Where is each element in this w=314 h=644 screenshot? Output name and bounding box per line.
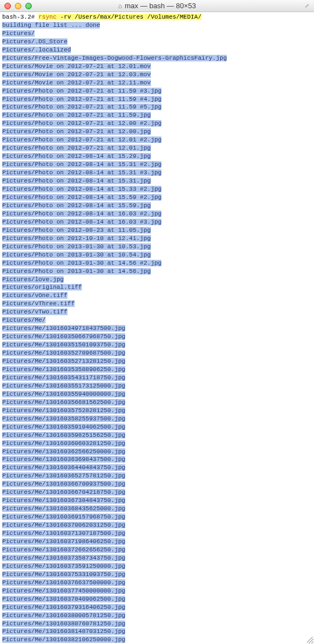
output-text: Pictures/Me/130160368435625000.jpg <box>2 505 125 512</box>
expand-icon[interactable]: ⤢ <box>303 2 311 10</box>
minimize-button[interactable] <box>15 3 21 9</box>
output-text: Pictures/Me/130160359104062500.jpg <box>2 424 125 430</box>
output-text: Pictures/Photo on 2012-08-14 at 15.33 #2… <box>2 186 161 192</box>
output-line: Pictures/Me/130160377450000000.jpg <box>2 587 312 595</box>
output-text: Pictures/Me/130160369157968750.jpg <box>2 514 125 520</box>
output-line: Pictures/Me/130160352709687500.jpg <box>2 349 312 357</box>
output-text: Pictures/Photo on 2012-08-14 at 16.03 #2… <box>2 210 161 217</box>
output-line: Pictures/Me/130160364404843750.jpg <box>2 464 312 472</box>
output-line: Pictures/Movie on 2012-07-21 at 12.11.mo… <box>2 79 312 87</box>
output-line: Pictures/Photo on 2012-08-14 at 15.33 #2… <box>2 185 312 193</box>
output-text: Pictures/Photo on 2012-07-21 at 11.59 #4… <box>2 96 161 102</box>
output-text: Pictures/Photo on 2012-07-21 at 12.00 #2… <box>2 120 161 127</box>
output-line: Pictures/Photo on 2013-01-30 at 10.53.jp… <box>2 243 312 251</box>
output-text: Pictures/Photo on 2013-01-30 at 10.54.jp… <box>2 252 151 258</box>
output-text: Pictures/Me/130160376637500000.jpg <box>2 579 125 586</box>
output-line: Pictures/Me/130160373591250000.jpg <box>2 562 312 571</box>
output-line: Pictures/Photo on 2012-08-14 at 15.59.jp… <box>2 202 312 210</box>
output-line: Pictures/Photo on 2012-07-21 at 11.59 #5… <box>2 103 312 111</box>
output-text: Pictures/Me/130160354311718750.jpg <box>2 374 125 381</box>
output-text: Pictures/Photo on 2012-08-14 at 15.29.jp… <box>2 153 151 159</box>
output-line: Pictures/Me/130160375331093750.jpg <box>2 571 312 579</box>
close-button[interactable] <box>4 3 11 9</box>
output-text: Pictures/Me/130160375331093750.jpg <box>2 571 125 578</box>
output-line: Pictures/Photo on 2012-07-21 at 12.01.jp… <box>2 144 312 152</box>
output-text: Pictures/.localized <box>2 47 71 53</box>
output-line: Pictures/Me/130160350667968750.jpg <box>2 333 312 341</box>
output-line: Pictures/Me/130160359825156250.jpg <box>2 431 312 440</box>
output-text: Pictures/Me/ <box>2 317 46 323</box>
output-line: building file list ... done <box>2 21 312 30</box>
output-text: Pictures/Me/130160382106250000.jpg <box>2 636 125 643</box>
output-text: Pictures/Me/130160381487031250.jpg <box>2 628 125 635</box>
output-line: Pictures/Me/130160363698437500.jpg <box>2 455 312 464</box>
output-text: Pictures/Me/130160367384843750.jpg <box>2 497 125 504</box>
output-text: Pictures/Me/130160352709687500.jpg <box>2 350 125 356</box>
output-line: Pictures/Me/130160352713281250.jpg <box>2 357 312 366</box>
output-text: Pictures/Photo on 2013-01-30 at 10.53.jp… <box>2 243 151 250</box>
output-line: Pictures/ <box>2 30 312 38</box>
output-line: Pictures/Me/130160376637500000.jpg <box>2 579 312 587</box>
output-text: Pictures/Me/130160373591250000.jpg <box>2 563 125 569</box>
output-text: Pictures/Photo on 2012-07-21 at 12.01 #2… <box>2 136 161 143</box>
window-title: ⌂ max — bash — 80×53 <box>118 2 196 10</box>
output-text: Pictures/Me/130160362566250000.jpg <box>2 448 125 455</box>
output-line: Pictures/Me/130160382106250000.jpg <box>2 636 312 644</box>
output-line: Pictures/Me/130160372662656250.jpg <box>2 546 312 554</box>
terminal-viewport[interactable]: bash-3.2# rsync -rv /Users/max/Pictures … <box>0 12 314 644</box>
home-icon: ⌂ <box>118 2 122 10</box>
output-text: Pictures/Photo on 2013-01-30 at 14.56 #2… <box>2 260 161 266</box>
output-line: Pictures/Me/130160355173125000.jpg <box>2 382 312 390</box>
output-text: Pictures/Me/130160355173125000.jpg <box>2 383 125 389</box>
output-text: Pictures/Me/130160355940000000.jpg <box>2 391 125 397</box>
output-text: Pictures/Photo on 2012-10-10 at 12.41.jp… <box>2 235 151 242</box>
window-titlebar[interactable]: ⌂ max — bash — 80×53 ⤢ <box>0 0 314 12</box>
output-line: Pictures/Photo on 2012-08-14 at 15.31 #3… <box>2 169 312 177</box>
output-line: Pictures/Photo on 2012-08-14 at 15.31.jp… <box>2 177 312 185</box>
output-line: Pictures/Photo on 2012-08-14 at 15.29.jp… <box>2 152 312 161</box>
output-line: Pictures/Photo on 2012-08-14 at 15.59 #2… <box>2 193 312 202</box>
output-text: Pictures/Me/130160371307187500.jpg <box>2 530 125 537</box>
output-line: Pictures/Photo on 2012-08-14 at 16.03 #3… <box>2 218 312 226</box>
output-text: Pictures/Me/130160350667968750.jpg <box>2 333 125 340</box>
output-line: Pictures/vThree.tiff <box>2 300 312 308</box>
output-text: Pictures/Me/130160370062031250.jpg <box>2 522 125 528</box>
output-line: Pictures/Photo on 2012-07-21 at 12.00.jp… <box>2 128 312 136</box>
output-text: Pictures/Photo on 2012-07-21 at 12.00.jp… <box>2 128 151 135</box>
output-line: Pictures/Photo on 2012-08-23 at 11.05.jp… <box>2 226 312 235</box>
output-text: Pictures/Me/130160379316406250.jpg <box>2 604 125 611</box>
output-text: Pictures/Photo on 2012-08-14 at 16.03 #3… <box>2 219 161 225</box>
output-line: Pictures/Movie on 2012-07-21 at 12.03.mo… <box>2 71 312 79</box>
output-text: Pictures/Me/130160353588906250.jpg <box>2 366 125 373</box>
output-text: Pictures/Photo on 2012-08-14 at 15.31 #3… <box>2 169 161 176</box>
output-line: Pictures/Me/130160370062031250.jpg <box>2 521 312 529</box>
output-line: Pictures/Me/ <box>2 316 312 324</box>
output-text: Pictures/Movie on 2012-07-21 at 12.01.mo… <box>2 63 151 70</box>
output-text: Pictures/Me/130160360603281250.jpg <box>2 440 125 447</box>
output-line: Pictures/Me/130160356681562500.jpg <box>2 398 312 407</box>
output-line: Pictures/Me/130160381487031250.jpg <box>2 628 312 636</box>
output-text: Pictures/vOne.tiff <box>2 292 68 299</box>
output-line: Pictures/Free-Vintage-Images-Dogwood-Flo… <box>2 54 312 62</box>
resize-handle-icon[interactable] <box>307 637 313 643</box>
output-line: Pictures/Me/130160380760781250.jpg <box>2 620 312 628</box>
zoom-button[interactable] <box>25 3 32 9</box>
output-text: Pictures/Me/130160358255937500.jpg <box>2 415 125 422</box>
output-text: Pictures/Me/130160359825156250.jpg <box>2 432 125 438</box>
output-text: Pictures/love.jpg <box>2 276 64 283</box>
output-line: Pictures/Me/130160368435625000.jpg <box>2 505 312 513</box>
output-text: Pictures/Me/130160373587343750.jpg <box>2 555 125 561</box>
command-rsync: rsync <box>38 14 57 20</box>
output-text: Pictures/Me/130160366700937500.jpg <box>2 481 125 487</box>
output-line: Pictures/Me/130160366704218750.jpg <box>2 488 312 497</box>
output-line: Pictures/Me/130160373587343750.jpg <box>2 554 312 562</box>
output-line: Pictures/Photo on 2012-08-14 at 16.03 #2… <box>2 210 312 218</box>
output-line: Pictures/Photo on 2012-07-21 at 12.00 #2… <box>2 119 312 128</box>
output-line: Pictures/Me/130160371307187500.jpg <box>2 529 312 538</box>
output-line: Pictures/Photo on 2012-07-21 at 11.59 #3… <box>2 87 312 95</box>
output-text: Pictures/Me/130160349718437500.jpg <box>2 325 125 332</box>
output-text: Pictures/Photo on 2012-08-14 at 15.31.jp… <box>2 178 151 184</box>
output-text: Pictures/Photo on 2012-08-14 at 15.31 #2… <box>2 161 161 168</box>
output-line: Pictures/Movie on 2012-07-21 at 12.01.mo… <box>2 62 312 71</box>
window-title-text: max — bash — 80×53 <box>125 2 196 10</box>
